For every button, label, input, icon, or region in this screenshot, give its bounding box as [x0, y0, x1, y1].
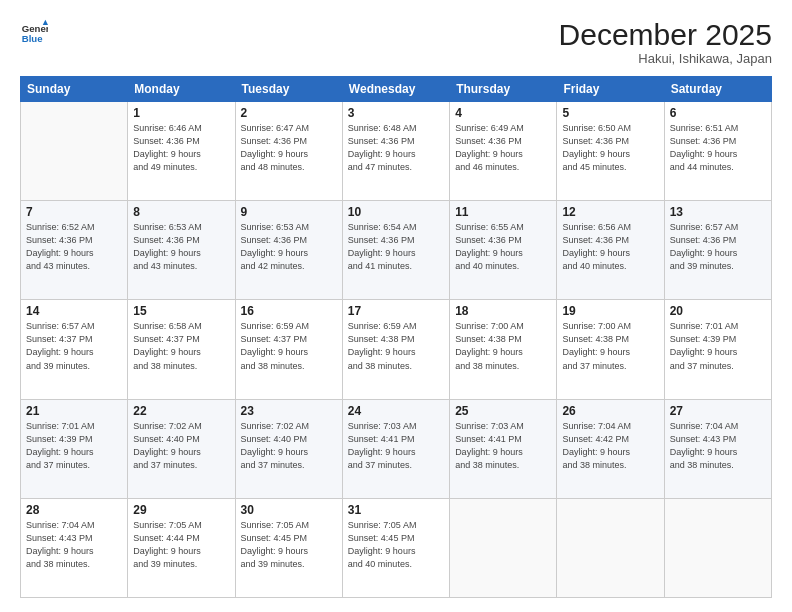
day-number: 21	[26, 404, 122, 418]
day-info: Sunrise: 7:04 AM Sunset: 4:42 PM Dayligh…	[562, 420, 658, 472]
table-cell: 11Sunrise: 6:55 AM Sunset: 4:36 PM Dayli…	[450, 201, 557, 300]
table-cell: 31Sunrise: 7:05 AM Sunset: 4:45 PM Dayli…	[342, 498, 449, 597]
header: General Blue December 2025 Hakui, Ishika…	[20, 18, 772, 66]
day-info: Sunrise: 6:56 AM Sunset: 4:36 PM Dayligh…	[562, 221, 658, 273]
logo-icon: General Blue	[20, 18, 48, 46]
day-info: Sunrise: 7:02 AM Sunset: 4:40 PM Dayligh…	[241, 420, 337, 472]
table-row: 21Sunrise: 7:01 AM Sunset: 4:39 PM Dayli…	[21, 399, 772, 498]
table-cell: 19Sunrise: 7:00 AM Sunset: 4:38 PM Dayli…	[557, 300, 664, 399]
day-number: 9	[241, 205, 337, 219]
day-info: Sunrise: 7:00 AM Sunset: 4:38 PM Dayligh…	[562, 320, 658, 372]
day-info: Sunrise: 6:52 AM Sunset: 4:36 PM Dayligh…	[26, 221, 122, 273]
day-number: 29	[133, 503, 229, 517]
day-number: 22	[133, 404, 229, 418]
title-block: December 2025 Hakui, Ishikawa, Japan	[559, 18, 772, 66]
day-number: 4	[455, 106, 551, 120]
table-cell: 10Sunrise: 6:54 AM Sunset: 4:36 PM Dayli…	[342, 201, 449, 300]
table-cell: 1Sunrise: 6:46 AM Sunset: 4:36 PM Daylig…	[128, 102, 235, 201]
day-number: 14	[26, 304, 122, 318]
day-info: Sunrise: 6:58 AM Sunset: 4:37 PM Dayligh…	[133, 320, 229, 372]
calendar-table: Sunday Monday Tuesday Wednesday Thursday…	[20, 76, 772, 598]
day-info: Sunrise: 6:55 AM Sunset: 4:36 PM Dayligh…	[455, 221, 551, 273]
table-cell: 30Sunrise: 7:05 AM Sunset: 4:45 PM Dayli…	[235, 498, 342, 597]
day-info: Sunrise: 6:57 AM Sunset: 4:37 PM Dayligh…	[26, 320, 122, 372]
table-cell: 23Sunrise: 7:02 AM Sunset: 4:40 PM Dayli…	[235, 399, 342, 498]
day-number: 17	[348, 304, 444, 318]
day-info: Sunrise: 6:57 AM Sunset: 4:36 PM Dayligh…	[670, 221, 766, 273]
table-row: 14Sunrise: 6:57 AM Sunset: 4:37 PM Dayli…	[21, 300, 772, 399]
table-cell	[450, 498, 557, 597]
table-row: 1Sunrise: 6:46 AM Sunset: 4:36 PM Daylig…	[21, 102, 772, 201]
table-cell: 26Sunrise: 7:04 AM Sunset: 4:42 PM Dayli…	[557, 399, 664, 498]
table-cell: 9Sunrise: 6:53 AM Sunset: 4:36 PM Daylig…	[235, 201, 342, 300]
day-number: 28	[26, 503, 122, 517]
day-number: 23	[241, 404, 337, 418]
day-info: Sunrise: 7:02 AM Sunset: 4:40 PM Dayligh…	[133, 420, 229, 472]
col-wednesday: Wednesday	[342, 77, 449, 102]
day-number: 19	[562, 304, 658, 318]
day-number: 1	[133, 106, 229, 120]
logo: General Blue	[20, 18, 48, 46]
day-info: Sunrise: 6:53 AM Sunset: 4:36 PM Dayligh…	[241, 221, 337, 273]
table-cell: 18Sunrise: 7:00 AM Sunset: 4:38 PM Dayli…	[450, 300, 557, 399]
day-number: 25	[455, 404, 551, 418]
day-info: Sunrise: 7:05 AM Sunset: 4:45 PM Dayligh…	[241, 519, 337, 571]
day-info: Sunrise: 6:59 AM Sunset: 4:38 PM Dayligh…	[348, 320, 444, 372]
day-number: 11	[455, 205, 551, 219]
day-number: 15	[133, 304, 229, 318]
table-cell: 4Sunrise: 6:49 AM Sunset: 4:36 PM Daylig…	[450, 102, 557, 201]
day-number: 24	[348, 404, 444, 418]
calendar-page: General Blue December 2025 Hakui, Ishika…	[0, 0, 792, 612]
table-cell: 13Sunrise: 6:57 AM Sunset: 4:36 PM Dayli…	[664, 201, 771, 300]
day-info: Sunrise: 7:04 AM Sunset: 4:43 PM Dayligh…	[670, 420, 766, 472]
col-friday: Friday	[557, 77, 664, 102]
header-row: Sunday Monday Tuesday Wednesday Thursday…	[21, 77, 772, 102]
day-info: Sunrise: 6:49 AM Sunset: 4:36 PM Dayligh…	[455, 122, 551, 174]
day-number: 16	[241, 304, 337, 318]
table-cell: 17Sunrise: 6:59 AM Sunset: 4:38 PM Dayli…	[342, 300, 449, 399]
day-info: Sunrise: 7:04 AM Sunset: 4:43 PM Dayligh…	[26, 519, 122, 571]
day-info: Sunrise: 7:05 AM Sunset: 4:45 PM Dayligh…	[348, 519, 444, 571]
day-info: Sunrise: 7:05 AM Sunset: 4:44 PM Dayligh…	[133, 519, 229, 571]
col-thursday: Thursday	[450, 77, 557, 102]
table-cell: 25Sunrise: 7:03 AM Sunset: 4:41 PM Dayli…	[450, 399, 557, 498]
col-sunday: Sunday	[21, 77, 128, 102]
col-tuesday: Tuesday	[235, 77, 342, 102]
day-number: 12	[562, 205, 658, 219]
col-saturday: Saturday	[664, 77, 771, 102]
day-info: Sunrise: 6:47 AM Sunset: 4:36 PM Dayligh…	[241, 122, 337, 174]
table-cell: 8Sunrise: 6:53 AM Sunset: 4:36 PM Daylig…	[128, 201, 235, 300]
table-cell: 28Sunrise: 7:04 AM Sunset: 4:43 PM Dayli…	[21, 498, 128, 597]
table-cell	[21, 102, 128, 201]
day-number: 18	[455, 304, 551, 318]
table-cell: 3Sunrise: 6:48 AM Sunset: 4:36 PM Daylig…	[342, 102, 449, 201]
table-cell: 22Sunrise: 7:02 AM Sunset: 4:40 PM Dayli…	[128, 399, 235, 498]
day-info: Sunrise: 6:50 AM Sunset: 4:36 PM Dayligh…	[562, 122, 658, 174]
table-cell	[664, 498, 771, 597]
day-number: 20	[670, 304, 766, 318]
table-cell: 29Sunrise: 7:05 AM Sunset: 4:44 PM Dayli…	[128, 498, 235, 597]
table-cell: 7Sunrise: 6:52 AM Sunset: 4:36 PM Daylig…	[21, 201, 128, 300]
day-info: Sunrise: 7:01 AM Sunset: 4:39 PM Dayligh…	[670, 320, 766, 372]
col-monday: Monday	[128, 77, 235, 102]
table-cell: 21Sunrise: 7:01 AM Sunset: 4:39 PM Dayli…	[21, 399, 128, 498]
table-cell: 24Sunrise: 7:03 AM Sunset: 4:41 PM Dayli…	[342, 399, 449, 498]
table-cell: 15Sunrise: 6:58 AM Sunset: 4:37 PM Dayli…	[128, 300, 235, 399]
day-info: Sunrise: 7:00 AM Sunset: 4:38 PM Dayligh…	[455, 320, 551, 372]
day-info: Sunrise: 7:01 AM Sunset: 4:39 PM Dayligh…	[26, 420, 122, 472]
day-info: Sunrise: 6:51 AM Sunset: 4:36 PM Dayligh…	[670, 122, 766, 174]
day-number: 30	[241, 503, 337, 517]
day-info: Sunrise: 6:59 AM Sunset: 4:37 PM Dayligh…	[241, 320, 337, 372]
table-row: 7Sunrise: 6:52 AM Sunset: 4:36 PM Daylig…	[21, 201, 772, 300]
day-info: Sunrise: 6:54 AM Sunset: 4:36 PM Dayligh…	[348, 221, 444, 273]
day-info: Sunrise: 6:48 AM Sunset: 4:36 PM Dayligh…	[348, 122, 444, 174]
day-number: 2	[241, 106, 337, 120]
table-cell: 27Sunrise: 7:04 AM Sunset: 4:43 PM Dayli…	[664, 399, 771, 498]
day-number: 31	[348, 503, 444, 517]
table-cell	[557, 498, 664, 597]
day-number: 7	[26, 205, 122, 219]
day-number: 5	[562, 106, 658, 120]
svg-text:Blue: Blue	[22, 33, 43, 44]
day-info: Sunrise: 7:03 AM Sunset: 4:41 PM Dayligh…	[455, 420, 551, 472]
table-cell: 5Sunrise: 6:50 AM Sunset: 4:36 PM Daylig…	[557, 102, 664, 201]
